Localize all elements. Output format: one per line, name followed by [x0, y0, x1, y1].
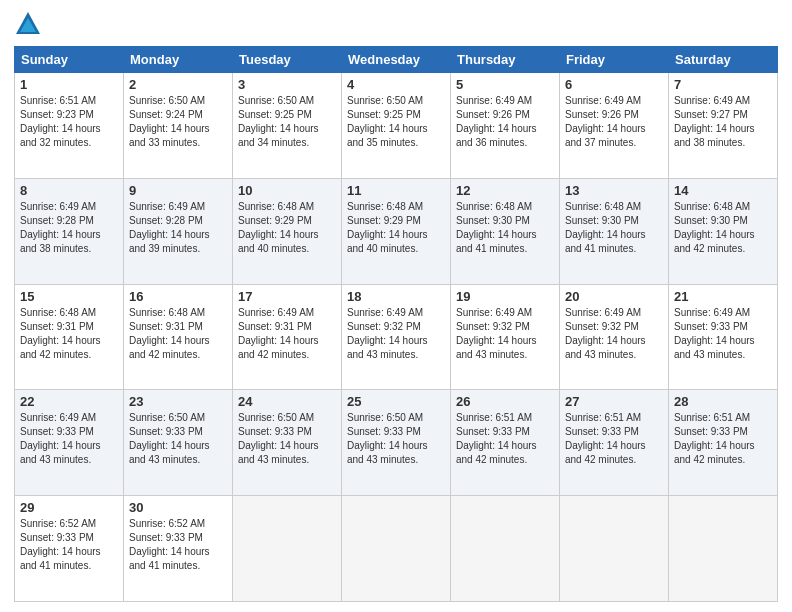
day-info: Sunrise: 6:51 AMSunset: 9:33 PMDaylight:… [565, 411, 663, 467]
day-info: Sunrise: 6:48 AMSunset: 9:29 PMDaylight:… [347, 200, 445, 256]
weekday-header-thursday: Thursday [451, 47, 560, 73]
day-info: Sunrise: 6:49 AMSunset: 9:32 PMDaylight:… [347, 306, 445, 362]
day-number: 7 [674, 77, 772, 92]
calendar-cell: 30Sunrise: 6:52 AMSunset: 9:33 PMDayligh… [124, 496, 233, 602]
calendar-cell: 7Sunrise: 6:49 AMSunset: 9:27 PMDaylight… [669, 73, 778, 179]
day-info: Sunrise: 6:48 AMSunset: 9:31 PMDaylight:… [129, 306, 227, 362]
day-number: 2 [129, 77, 227, 92]
day-info: Sunrise: 6:49 AMSunset: 9:28 PMDaylight:… [129, 200, 227, 256]
day-number: 25 [347, 394, 445, 409]
calendar-cell: 21Sunrise: 6:49 AMSunset: 9:33 PMDayligh… [669, 284, 778, 390]
week-row-4: 22Sunrise: 6:49 AMSunset: 9:33 PMDayligh… [15, 390, 778, 496]
day-number: 1 [20, 77, 118, 92]
day-number: 27 [565, 394, 663, 409]
day-info: Sunrise: 6:51 AMSunset: 9:33 PMDaylight:… [456, 411, 554, 467]
day-number: 18 [347, 289, 445, 304]
day-info: Sunrise: 6:49 AMSunset: 9:31 PMDaylight:… [238, 306, 336, 362]
day-info: Sunrise: 6:50 AMSunset: 9:25 PMDaylight:… [238, 94, 336, 150]
day-info: Sunrise: 6:48 AMSunset: 9:29 PMDaylight:… [238, 200, 336, 256]
day-number: 28 [674, 394, 772, 409]
day-number: 20 [565, 289, 663, 304]
calendar-cell: 2Sunrise: 6:50 AMSunset: 9:24 PMDaylight… [124, 73, 233, 179]
calendar-cell: 16Sunrise: 6:48 AMSunset: 9:31 PMDayligh… [124, 284, 233, 390]
day-number: 5 [456, 77, 554, 92]
calendar-cell [560, 496, 669, 602]
calendar-cell: 22Sunrise: 6:49 AMSunset: 9:33 PMDayligh… [15, 390, 124, 496]
calendar-cell: 10Sunrise: 6:48 AMSunset: 9:29 PMDayligh… [233, 178, 342, 284]
day-number: 30 [129, 500, 227, 515]
weekday-header-tuesday: Tuesday [233, 47, 342, 73]
day-number: 21 [674, 289, 772, 304]
day-info: Sunrise: 6:49 AMSunset: 9:33 PMDaylight:… [20, 411, 118, 467]
calendar-cell: 1Sunrise: 6:51 AMSunset: 9:23 PMDaylight… [15, 73, 124, 179]
calendar-cell: 17Sunrise: 6:49 AMSunset: 9:31 PMDayligh… [233, 284, 342, 390]
weekday-header-row: SundayMondayTuesdayWednesdayThursdayFrid… [15, 47, 778, 73]
calendar-cell: 6Sunrise: 6:49 AMSunset: 9:26 PMDaylight… [560, 73, 669, 179]
day-info: Sunrise: 6:49 AMSunset: 9:27 PMDaylight:… [674, 94, 772, 150]
calendar-cell: 14Sunrise: 6:48 AMSunset: 9:30 PMDayligh… [669, 178, 778, 284]
calendar-cell: 24Sunrise: 6:50 AMSunset: 9:33 PMDayligh… [233, 390, 342, 496]
calendar-cell: 12Sunrise: 6:48 AMSunset: 9:30 PMDayligh… [451, 178, 560, 284]
weekday-header-sunday: Sunday [15, 47, 124, 73]
day-info: Sunrise: 6:48 AMSunset: 9:31 PMDaylight:… [20, 306, 118, 362]
day-number: 17 [238, 289, 336, 304]
calendar-cell: 20Sunrise: 6:49 AMSunset: 9:32 PMDayligh… [560, 284, 669, 390]
calendar-cell: 18Sunrise: 6:49 AMSunset: 9:32 PMDayligh… [342, 284, 451, 390]
day-number: 12 [456, 183, 554, 198]
weekday-header-friday: Friday [560, 47, 669, 73]
calendar-cell: 4Sunrise: 6:50 AMSunset: 9:25 PMDaylight… [342, 73, 451, 179]
calendar-cell: 9Sunrise: 6:49 AMSunset: 9:28 PMDaylight… [124, 178, 233, 284]
logo [14, 10, 46, 38]
day-info: Sunrise: 6:51 AMSunset: 9:23 PMDaylight:… [20, 94, 118, 150]
day-number: 11 [347, 183, 445, 198]
day-number: 4 [347, 77, 445, 92]
day-number: 29 [20, 500, 118, 515]
day-info: Sunrise: 6:50 AMSunset: 9:24 PMDaylight:… [129, 94, 227, 150]
week-row-2: 8Sunrise: 6:49 AMSunset: 9:28 PMDaylight… [15, 178, 778, 284]
weekday-header-monday: Monday [124, 47, 233, 73]
calendar-cell: 23Sunrise: 6:50 AMSunset: 9:33 PMDayligh… [124, 390, 233, 496]
day-info: Sunrise: 6:49 AMSunset: 9:26 PMDaylight:… [565, 94, 663, 150]
page: SundayMondayTuesdayWednesdayThursdayFrid… [0, 0, 792, 612]
day-info: Sunrise: 6:50 AMSunset: 9:25 PMDaylight:… [347, 94, 445, 150]
day-number: 14 [674, 183, 772, 198]
day-number: 3 [238, 77, 336, 92]
day-number: 24 [238, 394, 336, 409]
calendar-cell: 27Sunrise: 6:51 AMSunset: 9:33 PMDayligh… [560, 390, 669, 496]
day-number: 19 [456, 289, 554, 304]
day-number: 6 [565, 77, 663, 92]
day-info: Sunrise: 6:49 AMSunset: 9:33 PMDaylight:… [674, 306, 772, 362]
calendar-cell: 29Sunrise: 6:52 AMSunset: 9:33 PMDayligh… [15, 496, 124, 602]
calendar-cell [233, 496, 342, 602]
day-number: 8 [20, 183, 118, 198]
day-info: Sunrise: 6:49 AMSunset: 9:28 PMDaylight:… [20, 200, 118, 256]
day-number: 16 [129, 289, 227, 304]
week-row-5: 29Sunrise: 6:52 AMSunset: 9:33 PMDayligh… [15, 496, 778, 602]
calendar-table: SundayMondayTuesdayWednesdayThursdayFrid… [14, 46, 778, 602]
calendar-cell: 5Sunrise: 6:49 AMSunset: 9:26 PMDaylight… [451, 73, 560, 179]
calendar-cell [342, 496, 451, 602]
week-row-1: 1Sunrise: 6:51 AMSunset: 9:23 PMDaylight… [15, 73, 778, 179]
day-number: 9 [129, 183, 227, 198]
day-info: Sunrise: 6:48 AMSunset: 9:30 PMDaylight:… [674, 200, 772, 256]
weekday-header-wednesday: Wednesday [342, 47, 451, 73]
calendar-cell [451, 496, 560, 602]
day-info: Sunrise: 6:49 AMSunset: 9:26 PMDaylight:… [456, 94, 554, 150]
week-row-3: 15Sunrise: 6:48 AMSunset: 9:31 PMDayligh… [15, 284, 778, 390]
day-info: Sunrise: 6:48 AMSunset: 9:30 PMDaylight:… [565, 200, 663, 256]
day-number: 22 [20, 394, 118, 409]
day-info: Sunrise: 6:49 AMSunset: 9:32 PMDaylight:… [456, 306, 554, 362]
day-info: Sunrise: 6:50 AMSunset: 9:33 PMDaylight:… [347, 411, 445, 467]
calendar-cell [669, 496, 778, 602]
calendar-cell: 8Sunrise: 6:49 AMSunset: 9:28 PMDaylight… [15, 178, 124, 284]
calendar-cell: 26Sunrise: 6:51 AMSunset: 9:33 PMDayligh… [451, 390, 560, 496]
day-info: Sunrise: 6:49 AMSunset: 9:32 PMDaylight:… [565, 306, 663, 362]
calendar-cell: 25Sunrise: 6:50 AMSunset: 9:33 PMDayligh… [342, 390, 451, 496]
day-number: 10 [238, 183, 336, 198]
day-info: Sunrise: 6:48 AMSunset: 9:30 PMDaylight:… [456, 200, 554, 256]
day-number: 13 [565, 183, 663, 198]
day-info: Sunrise: 6:51 AMSunset: 9:33 PMDaylight:… [674, 411, 772, 467]
weekday-header-saturday: Saturday [669, 47, 778, 73]
header [14, 10, 778, 38]
logo-icon [14, 10, 42, 38]
